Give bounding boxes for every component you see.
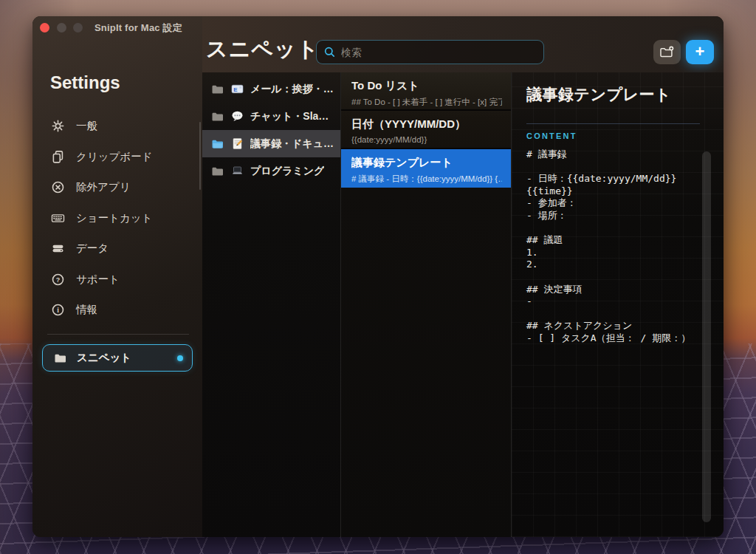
cyan-dot-badge xyxy=(177,355,183,361)
sidebar-item-excluded-apps[interactable]: 除外アプリ xyxy=(32,172,202,203)
chat-bubble-icon xyxy=(231,110,244,123)
snippet-title: 日付（YYYY/MM/DD） xyxy=(351,117,502,131)
sidebar-item-general[interactable]: 一般 xyxy=(32,111,202,142)
content-panes: E メール：挨拶・… xyxy=(202,72,724,537)
snippet-preview: {{date:yyyy/MM/dd}} xyxy=(351,135,502,144)
folder-name: チャット・Sla… xyxy=(250,110,329,123)
laptop-icon xyxy=(231,165,244,177)
folder-row-programming[interactable]: プログラミング xyxy=(202,157,340,185)
svg-text:i: i xyxy=(57,307,59,314)
question-circle-icon: ? xyxy=(51,273,65,287)
sidebar-divider xyxy=(47,334,189,335)
folder-row-mail[interactable]: E メール：挨拶・… xyxy=(202,75,340,103)
plus-icon: + xyxy=(695,44,705,60)
folder-name: 議事録・ドキュ… xyxy=(250,137,334,151)
folder-row-minutes[interactable]: 議事録・ドキュ… xyxy=(202,130,340,157)
sidebar-item-label: サポート xyxy=(76,273,120,287)
sidebar-item-label: 除外アプリ xyxy=(76,180,131,194)
main-area: スニペット + xyxy=(202,16,724,537)
minimize-button[interactable] xyxy=(57,23,66,33)
sidebar-item-label: クリップボード xyxy=(76,150,153,164)
snippet-row-date[interactable]: 日付（YYYY/MM/DD） {{date:yyyy/MM/dd}} xyxy=(341,111,511,149)
sidebar-item-label: 情報 xyxy=(76,303,97,317)
search-field[interactable] xyxy=(316,40,544,64)
sidebar-scrollbar[interactable] xyxy=(199,122,201,190)
snippet-row-todo[interactable]: To Do リスト ## To Do - [ ] 未着手 - [ ] 進行中 -… xyxy=(341,72,511,111)
snippet-title: 議事録テンプレート xyxy=(351,156,502,170)
page-title: スニペット xyxy=(206,35,319,64)
snippet-detail: 議事録テンプレート CONTENT # 議事録 - 日時：{{date:yyyy… xyxy=(512,72,724,537)
sidebar: SnipIt for Mac 設定 Settings 一般 xyxy=(32,16,202,537)
sidebar-item-snippets[interactable]: スニペット xyxy=(42,344,193,372)
sidebar-nav: 一般 クリップボード 除外アプリ xyxy=(32,111,202,326)
detail-title: 議事録テンプレート xyxy=(526,84,671,105)
sidebar-item-label: 一般 xyxy=(76,119,97,133)
new-folder-button[interactable] xyxy=(653,40,681,64)
svg-text:E: E xyxy=(233,86,238,93)
detail-scrollbar[interactable] xyxy=(702,151,711,522)
svg-text:?: ? xyxy=(56,276,60,284)
memo-pencil-icon xyxy=(231,137,244,150)
sidebar-item-shortcuts[interactable]: ショートカット xyxy=(32,203,202,234)
sidebar-item-label: ショートカット xyxy=(76,211,153,225)
info-circle-icon: i xyxy=(51,303,65,317)
search-input[interactable] xyxy=(341,47,536,58)
snippet-title: To Do リスト xyxy=(351,79,502,93)
sidebar-item-label: スニペット xyxy=(77,351,131,365)
mail-icon: E xyxy=(231,83,244,95)
detail-divider xyxy=(526,123,700,124)
snippet-content-text: # 議事録 - 日時：{{date:yyyy/MM/dd}} {{time}} … xyxy=(526,148,697,345)
snippet-preview: # 議事録 - 日時：{{date:yyyy/MM/dd}} {… xyxy=(351,174,502,185)
close-button[interactable] xyxy=(40,23,49,33)
folder-row-chat[interactable]: チャット・Sla… xyxy=(202,103,340,130)
window-title: SnipIt for Mac 設定 xyxy=(94,16,182,39)
gear-icon xyxy=(51,119,65,133)
sidebar-item-clipboard[interactable]: クリップボード xyxy=(32,142,202,173)
content-section-label: CONTENT xyxy=(526,131,577,140)
folder-open-icon xyxy=(211,138,224,150)
folder-icon xyxy=(211,165,224,177)
settings-heading: Settings xyxy=(50,72,120,93)
main-header: スニペット + xyxy=(202,16,724,72)
sidebar-item-support[interactable]: ? サポート xyxy=(32,264,202,295)
folder-name: メール：挨拶・… xyxy=(250,83,334,96)
folder-list: E メール：挨拶・… xyxy=(202,72,340,537)
snippet-list: To Do リスト ## To Do - [ ] 未着手 - [ ] 進行中 -… xyxy=(341,72,511,537)
add-snippet-button[interactable]: + xyxy=(686,40,714,64)
zoom-button[interactable] xyxy=(73,23,83,33)
folder-plus-icon xyxy=(659,45,675,59)
snippet-row-minutes-template[interactable]: 議事録テンプレート # 議事録 - 日時：{{date:yyyy/MM/dd}}… xyxy=(341,149,511,188)
folder-icon xyxy=(53,351,67,365)
clipboard-icon xyxy=(51,150,65,164)
circle-x-icon xyxy=(51,180,65,194)
keyboard-icon xyxy=(51,211,65,225)
folder-name: プログラミング xyxy=(250,165,324,178)
sidebar-item-info[interactable]: i 情報 xyxy=(32,295,202,326)
sidebar-item-label: データ xyxy=(76,242,109,256)
drive-icon xyxy=(51,242,65,256)
sidebar-item-data[interactable]: データ xyxy=(32,233,202,264)
app-window: SnipIt for Mac 設定 Settings 一般 xyxy=(32,16,724,537)
magnifier-icon xyxy=(324,47,335,58)
folder-icon xyxy=(211,111,224,123)
snippet-preview: ## To Do - [ ] 未着手 - [ ] 進行中 - [x] 完了 xyxy=(351,97,502,108)
folder-icon xyxy=(211,83,224,95)
